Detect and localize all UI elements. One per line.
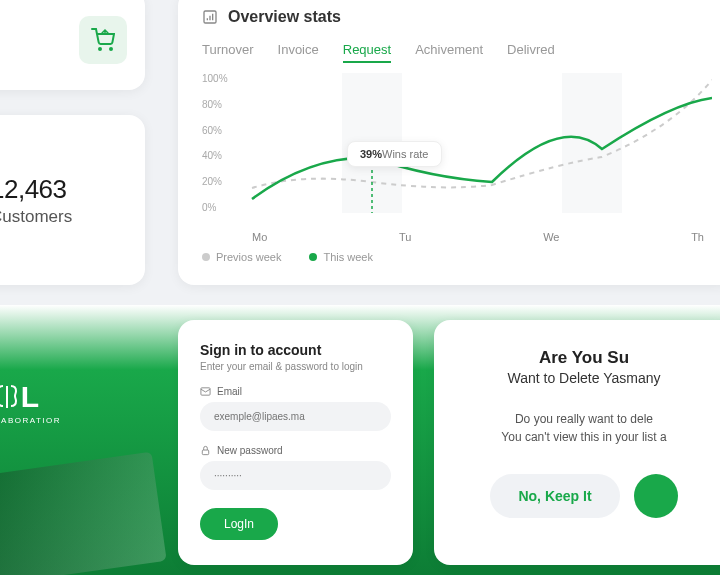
email-label: Email bbox=[217, 386, 242, 397]
stat-card-total: 12,46 Total o bbox=[0, 0, 145, 90]
y-tick: 80% bbox=[202, 99, 228, 110]
tab-delivred[interactable]: Delivred bbox=[507, 42, 555, 63]
password-label: New password bbox=[217, 445, 283, 456]
delete-subtitle: Want to Delete Yasmany bbox=[456, 370, 712, 386]
tooltip-label: Wins rate bbox=[382, 148, 428, 160]
brand-tagline: TEM LABORATIOR bbox=[0, 416, 160, 425]
tab-achivement[interactable]: Achivement bbox=[415, 42, 483, 63]
x-tick: Th bbox=[691, 231, 704, 243]
brand-logo: H L bbox=[0, 380, 160, 414]
x-tick: We bbox=[543, 231, 559, 243]
lock-icon bbox=[200, 445, 211, 456]
chart-tabs: Turnover Invoice Request Achivement Deli… bbox=[202, 42, 714, 63]
x-axis: Mo Tu We Th bbox=[242, 231, 714, 243]
dot-icon bbox=[309, 253, 317, 261]
tooltip-value: 39% bbox=[360, 148, 382, 160]
delete-body-line: You can't view this in your list a bbox=[456, 428, 712, 446]
y-tick: 60% bbox=[202, 125, 228, 136]
y-tick: 0% bbox=[202, 202, 228, 213]
keep-button[interactable]: No, Keep It bbox=[490, 474, 619, 518]
password-label-row: New password bbox=[200, 445, 391, 456]
password-field[interactable] bbox=[200, 461, 391, 490]
login-button[interactable]: LogIn bbox=[200, 508, 278, 540]
customers-label: Customers bbox=[0, 207, 72, 227]
login-subtitle: Enter your email & password to login bbox=[200, 361, 391, 372]
overview-title: Overview stats bbox=[228, 8, 341, 26]
stat-card-customers: 12,463 Customers bbox=[0, 115, 145, 285]
login-title: Sign in to account bbox=[200, 342, 391, 358]
chart-legend: Previos week This week bbox=[202, 251, 714, 263]
brand-screen-image bbox=[0, 452, 167, 575]
email-field[interactable] bbox=[200, 402, 391, 431]
delete-body-line: Do you really want to dele bbox=[456, 410, 712, 428]
stats-icon bbox=[202, 9, 218, 25]
chart-tooltip: 39%Wins rate bbox=[347, 141, 442, 167]
delete-actions: No, Keep It bbox=[456, 474, 712, 518]
svg-point-1 bbox=[110, 48, 112, 50]
overview-title-row: Overview stats bbox=[202, 8, 714, 26]
x-tick: Tu bbox=[399, 231, 411, 243]
y-tick: 100% bbox=[202, 73, 228, 84]
x-tick: Mo bbox=[252, 231, 267, 243]
legend-this: This week bbox=[309, 251, 373, 263]
y-tick: 40% bbox=[202, 150, 228, 161]
overview-stats-card: Overview stats Turnover Invoice Request … bbox=[178, 0, 720, 285]
delete-body: Do you really want to dele You can't vie… bbox=[456, 410, 712, 446]
delete-title: Are You Su bbox=[456, 348, 712, 368]
email-label-row: Email bbox=[200, 386, 391, 397]
svg-rect-8 bbox=[202, 450, 208, 455]
chart-area: 100% 80% 60% 40% 20% 0% 39%Wins rate Mo … bbox=[202, 73, 714, 243]
dot-icon bbox=[202, 253, 210, 261]
brain-icon bbox=[0, 382, 19, 412]
cart-icon bbox=[79, 16, 127, 64]
delete-confirm-card: Are You Su Want to Delete Yasmany Do you… bbox=[434, 320, 720, 565]
delete-button[interactable] bbox=[634, 474, 678, 518]
chart-svg bbox=[242, 73, 712, 213]
svg-point-0 bbox=[99, 48, 101, 50]
mail-icon bbox=[200, 386, 211, 397]
y-tick: 20% bbox=[202, 176, 228, 187]
customers-value: 12,463 bbox=[0, 174, 67, 205]
tab-invoice[interactable]: Invoice bbox=[278, 42, 319, 63]
brand-area: H L TEM LABORATIOR bbox=[0, 380, 160, 425]
tab-request[interactable]: Request bbox=[343, 42, 391, 63]
legend-this-label: This week bbox=[323, 251, 373, 263]
legend-prev: Previos week bbox=[202, 251, 281, 263]
tab-turnover[interactable]: Turnover bbox=[202, 42, 254, 63]
login-card: Sign in to account Enter your email & pa… bbox=[178, 320, 413, 565]
legend-prev-label: Previos week bbox=[216, 251, 281, 263]
y-axis: 100% 80% 60% 40% 20% 0% bbox=[202, 73, 228, 213]
